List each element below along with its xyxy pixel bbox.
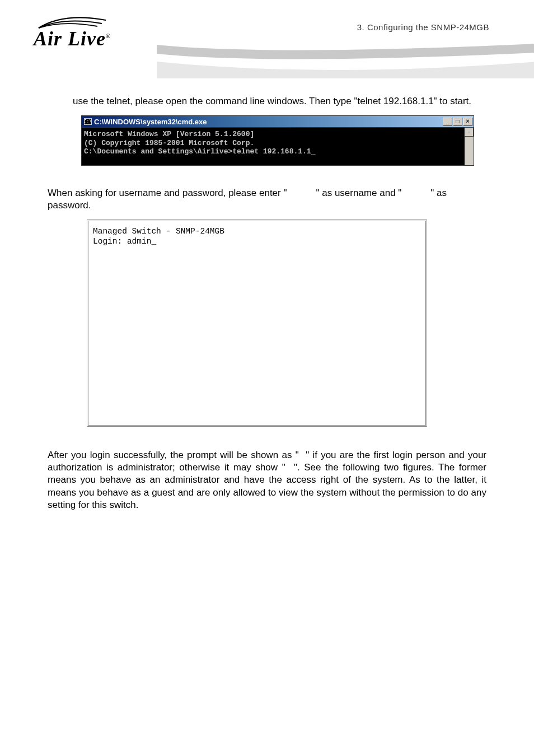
telnet-line: Login: admin_ bbox=[93, 237, 421, 246]
close-button[interactable]: × bbox=[463, 118, 472, 126]
minimize-button[interactable]: _ bbox=[443, 118, 452, 126]
telnet-window-screenshot: Managed Switch - SNMP-24MGB Login: admin… bbox=[87, 220, 427, 427]
username-blank bbox=[287, 188, 316, 198]
logo-text: Air Live® bbox=[34, 27, 111, 50]
prompt-blank-admin bbox=[299, 450, 306, 460]
logo: Air Live® bbox=[34, 16, 111, 50]
intro-paragraph: use the telnet, please open the command … bbox=[73, 95, 486, 108]
mid-para-part: " as username and " bbox=[316, 188, 401, 198]
cmd-icon: C:\ bbox=[84, 118, 92, 125]
header-swoosh-decoration bbox=[157, 39, 534, 78]
password-blank bbox=[401, 188, 430, 198]
telnet-line: Managed Switch - SNMP-24MGB bbox=[93, 227, 421, 236]
cmd-scrollbar[interactable]: ▲ bbox=[465, 128, 474, 165]
cmd-line: Microsoft Windows XP [Version 5.1.2600] bbox=[84, 130, 470, 139]
cmd-line: C:\Documents and Settings\Airlive>telnet… bbox=[84, 147, 470, 156]
page-content: use the telnet, please open the command … bbox=[0, 73, 534, 511]
cmd-title-left: C:\ C:\WINDOWS\system32\cmd.exe bbox=[83, 118, 207, 126]
last-para-part: After you login successfully, the prompt… bbox=[48, 450, 299, 460]
scroll-up-button[interactable]: ▲ bbox=[465, 128, 474, 137]
mid-para-part: When asking for username and password, p… bbox=[48, 188, 287, 198]
maximize-button[interactable]: □ bbox=[453, 118, 462, 126]
prompt-blank-guest bbox=[285, 462, 294, 473]
cmd-line: (C) Copyright 1985-2001 Microsoft Corp. bbox=[84, 139, 470, 148]
cmd-title: C:\WINDOWS\system32\cmd.exe bbox=[94, 118, 207, 126]
cmd-titlebar: C:\ C:\WINDOWS\system32\cmd.exe _ □ × bbox=[81, 115, 474, 128]
breadcrumb: 3. Configuring the SNMP-24MGB bbox=[357, 22, 489, 32]
last-paragraph: After you login successfully, the prompt… bbox=[48, 449, 486, 511]
mid-paragraph: When asking for username and password, p… bbox=[48, 187, 486, 212]
cmd-window-screenshot: C:\ C:\WINDOWS\system32\cmd.exe _ □ × ▲ … bbox=[81, 115, 474, 166]
cmd-body: ▲ Microsoft Windows XP [Version 5.1.2600… bbox=[81, 128, 474, 166]
page-header: Air Live® 3. Configuring the SNMP-24MGB bbox=[0, 0, 534, 73]
cmd-window-buttons: _ □ × bbox=[443, 118, 472, 126]
